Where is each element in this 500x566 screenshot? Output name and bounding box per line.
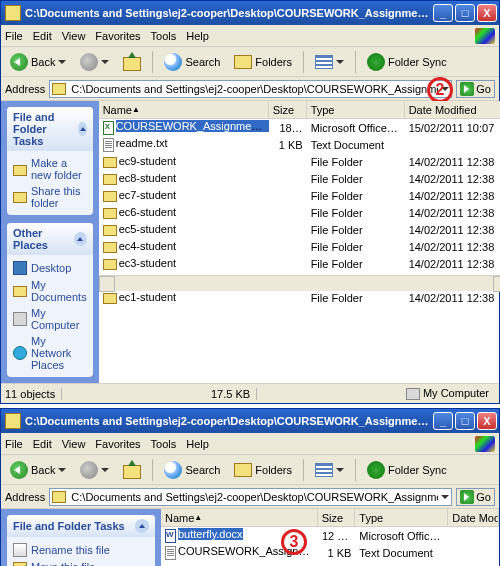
panel-header[interactable]: File and Folder Tasks xyxy=(7,107,93,151)
file-row[interactable]: COURSEWORK_Assignment_Test11_ec9_…1 KBTe… xyxy=(161,544,499,561)
task-link[interactable]: My Network Places xyxy=(13,333,87,373)
views-icon xyxy=(315,463,333,477)
task-link[interactable]: My Computer xyxy=(13,305,87,333)
menu-item[interactable]: File xyxy=(5,30,23,42)
task-link[interactable]: My Documents xyxy=(13,277,87,305)
menubar: FileEditViewFavoritesToolsHelp xyxy=(1,25,499,47)
panel-header[interactable]: File and Folder Tasks xyxy=(7,515,155,537)
menu-item[interactable]: Help xyxy=(186,30,209,42)
file-row[interactable]: butterfly.docx12 KBMicrosoft Office Wo… xyxy=(161,527,499,544)
go-button[interactable]: Go xyxy=(456,80,495,98)
task-link[interactable]: Share this folder xyxy=(13,183,87,211)
scroll-left-button[interactable] xyxy=(99,276,115,292)
close-button[interactable]: X xyxy=(477,412,497,430)
file-row[interactable]: ec7-studentFile Folder14/02/2011 12:38 xyxy=(99,187,500,204)
chevron-down-icon[interactable] xyxy=(101,466,109,474)
titlebar[interactable]: C:\Documents and Settings\ej2-cooper\Des… xyxy=(1,409,499,433)
chevron-up-icon[interactable] xyxy=(135,519,149,533)
column-header-type[interactable]: Type xyxy=(355,509,448,526)
up-button[interactable] xyxy=(118,460,146,480)
views-button[interactable] xyxy=(310,52,349,72)
chevron-up-icon[interactable] xyxy=(78,122,86,136)
address-input[interactable] xyxy=(71,491,438,503)
chevron-down-icon[interactable] xyxy=(58,466,66,474)
chevron-down-icon[interactable] xyxy=(336,58,344,66)
chevron-down-icon[interactable] xyxy=(441,493,449,501)
minimize-button[interactable]: _ xyxy=(433,412,453,430)
forward-button[interactable] xyxy=(75,50,114,74)
menu-item[interactable]: File xyxy=(5,438,23,450)
go-button[interactable]: Go xyxy=(456,488,495,506)
back-button[interactable]: Back xyxy=(5,458,71,482)
explorer-window: C:\Documents and Settings\ej2-cooper\Des… xyxy=(0,408,500,566)
column-header-name[interactable]: Name ▲ xyxy=(161,509,318,526)
folder-sync-button[interactable]: Folder Sync xyxy=(362,458,452,482)
file-row[interactable]: COURSEWORK_Assignment_Test11.xls18…Micro… xyxy=(99,119,500,136)
file-row[interactable]: ec4-studentFile Folder14/02/2011 12:38 xyxy=(99,238,500,255)
column-header-size[interactable]: Size xyxy=(269,101,307,118)
folder-sync-button[interactable]: Folder Sync xyxy=(362,50,452,74)
menu-item[interactable]: Help xyxy=(186,438,209,450)
close-button[interactable]: X xyxy=(477,4,497,22)
search-button[interactable]: Search xyxy=(159,50,225,74)
txt-icon xyxy=(165,546,176,560)
menu-item[interactable]: Tools xyxy=(151,438,177,450)
minimize-button[interactable]: _ xyxy=(433,4,453,22)
panel-header[interactable]: Other Places xyxy=(7,223,93,255)
column-header-date[interactable]: Date Modified xyxy=(405,101,500,118)
menu-item[interactable]: Favorites xyxy=(95,438,140,450)
file-size-cell: 12 KB xyxy=(318,530,355,542)
task-link[interactable]: Make a new folder xyxy=(13,155,87,183)
file-type-cell: File Folder xyxy=(307,173,405,185)
file-type-cell: Microsoft Office Wo… xyxy=(355,530,448,542)
horizontal-scrollbar[interactable] xyxy=(99,275,500,291)
maximize-button[interactable]: □ xyxy=(455,412,475,430)
chevron-down-icon[interactable] xyxy=(101,58,109,66)
task-link[interactable]: Move this file xyxy=(13,559,149,566)
chevron-down-icon[interactable] xyxy=(58,58,66,66)
forward-button[interactable] xyxy=(75,458,114,482)
file-row[interactable]: ec3-studentFile Folder14/02/2011 12:38 xyxy=(99,255,500,272)
maximize-button[interactable]: □ xyxy=(455,4,475,22)
file-row[interactable]: ec9-studentFile Folder14/02/2011 12:38 xyxy=(99,153,500,170)
menu-item[interactable]: Favorites xyxy=(95,30,140,42)
file-date-cell: 14/02/2011 12:38 xyxy=(405,224,500,236)
address-box[interactable] xyxy=(49,80,452,98)
folder-icon xyxy=(13,165,27,176)
address-box[interactable] xyxy=(49,488,452,506)
column-header-date[interactable]: Date Modif xyxy=(448,509,499,526)
menu-item[interactable]: View xyxy=(62,438,86,450)
chevron-up-icon[interactable] xyxy=(74,232,87,246)
folder-icon xyxy=(103,259,117,270)
menu-item[interactable]: Edit xyxy=(33,30,52,42)
menu-item[interactable]: Edit xyxy=(33,438,52,450)
separator xyxy=(303,51,304,73)
chevron-down-icon[interactable] xyxy=(441,85,449,93)
task-link[interactable]: Desktop xyxy=(13,259,87,277)
file-date-cell: 15/02/2011 10:07 xyxy=(405,122,500,134)
folders-button[interactable]: Folders xyxy=(229,460,297,480)
file-row[interactable]: ec5-studentFile Folder14/02/2011 12:38 xyxy=(99,221,500,238)
file-row[interactable]: ec6-studentFile Folder14/02/2011 12:38 xyxy=(99,204,500,221)
status-bar: 11 objects17.5 KBMy Computer xyxy=(1,383,499,403)
file-name-cell: ec9-student xyxy=(99,155,269,169)
views-button[interactable] xyxy=(310,460,349,480)
menu-item[interactable]: Tools xyxy=(151,30,177,42)
menu-item[interactable]: View xyxy=(62,30,86,42)
column-header-type[interactable]: Type xyxy=(307,101,405,118)
file-row[interactable]: readme.txt1 KBText Document xyxy=(99,136,500,153)
file-row[interactable]: ec1-studentFile Folder14/02/2011 12:38 xyxy=(99,289,500,306)
titlebar[interactable]: C:\Documents and Settings\ej2-cooper\Des… xyxy=(1,1,499,25)
back-button[interactable]: Back xyxy=(5,50,71,74)
scroll-right-button[interactable] xyxy=(493,276,500,292)
column-header-size[interactable]: Size xyxy=(318,509,356,526)
column-header-name[interactable]: Name ▲ xyxy=(99,101,269,118)
address-input[interactable] xyxy=(71,83,438,95)
chevron-down-icon[interactable] xyxy=(336,466,344,474)
task-link[interactable]: Rename this file xyxy=(13,541,149,559)
folder-icon xyxy=(103,293,117,304)
search-button[interactable]: Search xyxy=(159,458,225,482)
file-row[interactable]: ec8-studentFile Folder14/02/2011 12:38 xyxy=(99,170,500,187)
up-button[interactable] xyxy=(118,52,146,72)
folders-button[interactable]: Folders xyxy=(229,52,297,72)
